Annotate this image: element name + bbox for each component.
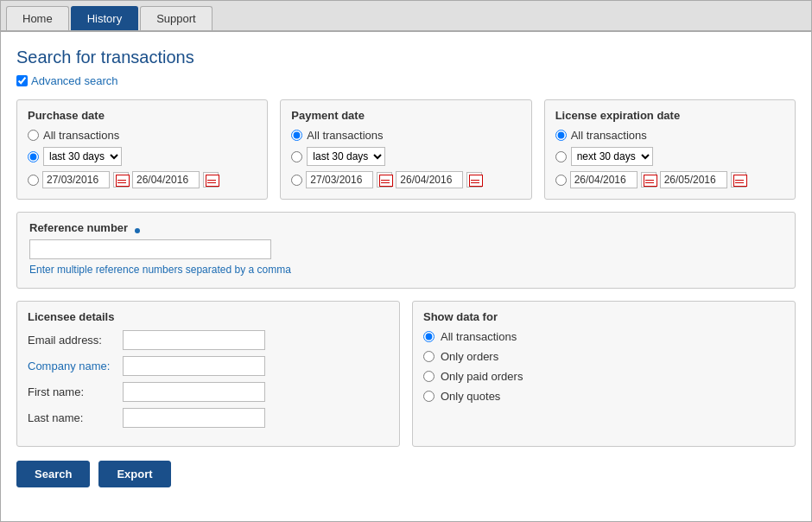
action-bar: Search Export — [16, 461, 796, 493]
purchase-date-from[interactable] — [42, 171, 110, 188]
advanced-search-link[interactable]: Advanced search — [31, 74, 117, 87]
show-all-radio[interactable] — [423, 331, 435, 342]
tab-support[interactable]: Support — [140, 6, 213, 30]
lastname-row: Last name: — [28, 408, 389, 428]
license-cal-from-icon[interactable] — [641, 172, 657, 188]
payment-date-from[interactable] — [306, 171, 373, 188]
show-paid-orders-label: Only paid orders — [441, 370, 523, 383]
purchase-date-to[interactable] — [132, 171, 200, 188]
license-date-from[interactable] — [570, 171, 638, 188]
email-input[interactable] — [123, 330, 265, 350]
license-all-radio-row: All transactions — [555, 129, 784, 142]
search-button[interactable]: Search — [16, 461, 90, 487]
license-all-label: All transactions — [571, 129, 647, 142]
company-row: Company name: — [28, 356, 389, 376]
reference-dot-indicator — [135, 228, 140, 233]
payment-date-panel: Payment date All transactions last 30 da… — [280, 99, 531, 200]
purchase-range-select[interactable]: last 30 days last 7 days last 60 days — [43, 147, 122, 166]
email-label: Email address: — [28, 334, 123, 347]
show-orders-row: Only orders — [423, 350, 784, 363]
purchase-custom-radio-row — [28, 171, 257, 188]
firstname-row: First name: — [28, 382, 389, 402]
reference-number-title: Reference number — [29, 221, 128, 234]
show-paid-orders-row: Only paid orders — [423, 370, 784, 383]
lastname-label: Last name: — [28, 411, 123, 424]
payment-range-radio-row: last 30 days last 7 days last 60 days — [291, 147, 520, 166]
show-data-title: Show data for — [423, 310, 784, 323]
purchase-date-title: Purchase date — [28, 109, 257, 122]
lastname-input[interactable] — [123, 408, 265, 428]
license-cal-to-icon[interactable] — [731, 172, 746, 188]
license-expiry-panel: License expiration date All transactions… — [544, 99, 796, 200]
license-custom-radio-row — [555, 171, 784, 188]
advanced-search-row: Advanced search — [16, 74, 796, 87]
purchase-cal-to-icon[interactable] — [203, 172, 219, 188]
purchase-range-radio[interactable] — [28, 151, 39, 162]
purchase-all-radio[interactable] — [28, 130, 39, 141]
show-quotes-radio[interactable] — [423, 391, 435, 402]
purchase-all-label: All transactions — [43, 129, 119, 142]
reference-number-panel: Reference number Enter multiple referenc… — [16, 212, 796, 289]
show-paid-orders-radio[interactable] — [423, 371, 435, 382]
date-panels: Purchase date All transactions last 30 d… — [16, 99, 796, 200]
purchase-range-radio-row: last 30 days last 7 days last 60 days — [28, 147, 257, 166]
reference-hint: Enter multiple reference numbers separat… — [29, 264, 783, 276]
show-quotes-label: Only quotes — [441, 390, 500, 403]
purchase-custom-radio[interactable] — [28, 175, 39, 186]
purchase-cal-from-icon[interactable] — [113, 172, 129, 188]
firstname-input[interactable] — [123, 382, 265, 402]
license-range-select[interactable]: next 30 days next 7 days next 60 days — [571, 147, 653, 166]
payment-range-radio[interactable] — [291, 151, 302, 162]
tab-history[interactable]: History — [71, 6, 138, 30]
export-button[interactable]: Export — [98, 461, 170, 487]
purchase-all-radio-row: All transactions — [28, 129, 257, 142]
payment-all-label: All transactions — [307, 129, 383, 142]
payment-range-select[interactable]: last 30 days last 7 days last 60 days — [307, 147, 385, 166]
payment-custom-radio-row — [291, 171, 520, 188]
license-date-to[interactable] — [660, 171, 727, 188]
show-all-row: All transactions — [423, 330, 784, 343]
company-input[interactable] — [123, 356, 265, 376]
tab-bar: Home History Support — [1, 1, 811, 32]
tab-home[interactable]: Home — [6, 6, 69, 30]
license-range-radio[interactable] — [555, 151, 567, 162]
firstname-label: First name: — [28, 385, 123, 398]
payment-all-radio-row: All transactions — [291, 129, 520, 142]
show-quotes-row: Only quotes — [423, 390, 784, 403]
bottom-panels: Licensee details Email address: Company … — [16, 301, 796, 447]
license-expiry-title: License expiration date — [555, 109, 784, 122]
advanced-search-checkbox[interactable] — [16, 75, 28, 86]
show-all-label: All transactions — [441, 330, 517, 343]
payment-custom-radio[interactable] — [291, 175, 302, 186]
license-range-radio-row: next 30 days next 7 days next 60 days — [555, 147, 784, 166]
licensee-panel: Licensee details Email address: Company … — [16, 301, 400, 447]
show-orders-label: Only orders — [441, 350, 498, 363]
license-custom-radio[interactable] — [555, 175, 567, 186]
page-title: Search for transactions — [16, 48, 796, 67]
payment-cal-from-icon[interactable] — [377, 172, 392, 188]
payment-all-radio[interactable] — [291, 130, 302, 141]
licensee-title: Licensee details — [28, 310, 389, 323]
company-label: Company name: — [28, 360, 123, 372]
payment-date-title: Payment date — [291, 109, 520, 122]
ref-hint-link: multiple reference numbers separated by … — [57, 264, 291, 276]
reference-number-input[interactable] — [29, 239, 271, 259]
payment-cal-to-icon[interactable] — [466, 172, 482, 188]
show-data-panel: Show data for All transactions Only orde… — [412, 301, 796, 447]
show-orders-radio[interactable] — [423, 351, 435, 362]
email-row: Email address: — [28, 330, 389, 350]
ref-hint-prefix: Enter — [29, 264, 57, 276]
license-all-radio[interactable] — [555, 130, 567, 141]
payment-date-to[interactable] — [396, 171, 463, 188]
purchase-date-panel: Purchase date All transactions last 30 d… — [16, 99, 268, 200]
